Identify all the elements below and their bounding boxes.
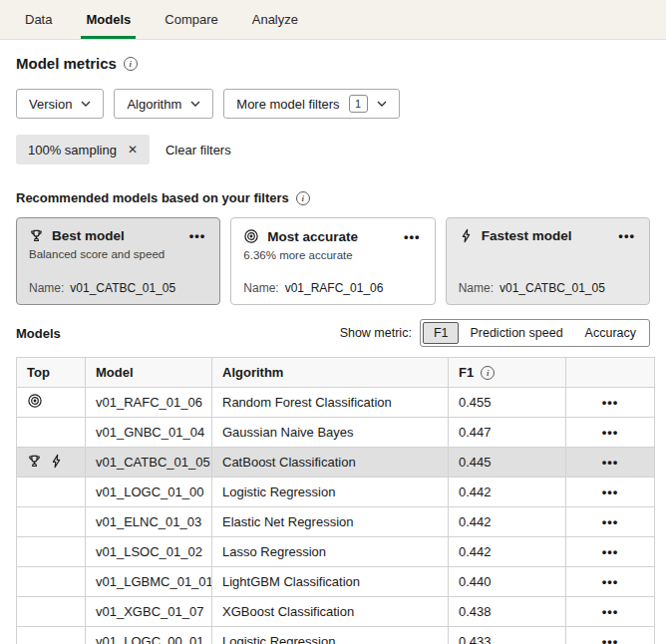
best-model-name-value: v01_CATBC_01_05 [70, 281, 175, 295]
table-row[interactable]: v01_RAFC_01_06Random Forest Classificati… [17, 388, 655, 418]
model-name-cell: v01_LGBMC_01_01 [86, 567, 212, 597]
best-model-card[interactable]: Best model ••• Balanced score and speed … [16, 217, 220, 305]
row-actions-cell: ••• [566, 627, 655, 644]
model-name-cell: v01_ELNC_01_03 [86, 507, 212, 537]
f1-value-cell: 0.442 [449, 537, 566, 567]
fastest-model-menu-button[interactable]: ••• [616, 229, 637, 242]
header-f1: F1 [449, 358, 566, 388]
clear-filters-button[interactable]: Clear filters [166, 143, 231, 158]
f1-value-cell: 0.438 [449, 597, 566, 627]
top-badges-cell [17, 388, 86, 418]
f1-value-cell: 0.455 [449, 388, 566, 418]
metric-option-f1[interactable]: F1 [423, 322, 460, 344]
algorithm-cell: Logistic Regression [212, 627, 449, 644]
model-name-cell: v01_CATBC_01_05 [86, 448, 212, 478]
algorithm-cell: Gaussian Naive Bayes [212, 418, 449, 448]
model-name-cell: v01_GNBC_01_04 [86, 418, 212, 448]
algorithm-filter-dropdown[interactable]: Algorithm [114, 89, 213, 119]
lightning-icon [459, 228, 474, 243]
automl-models-page: Data Models Compare Analyze Model metric… [0, 0, 666, 644]
algorithm-cell: LightGBM Classification [212, 567, 449, 597]
table-row[interactable]: v01_GNBC_01_04Gaussian Naive Bayes0.447•… [17, 418, 655, 448]
most-accurate-card[interactable]: Most accurate ••• 6.36% more accurate Na… [230, 217, 435, 305]
tab-analyze[interactable]: Analyze [235, 0, 315, 39]
top-badges-cell [17, 448, 86, 478]
best-model-menu-button[interactable]: ••• [187, 229, 208, 242]
models-section-header: Models Show metric: F1Prediction speedAc… [16, 319, 650, 347]
recommended-info-icon[interactable] [296, 191, 310, 205]
top-badges-cell [17, 597, 86, 627]
best-model-subtitle: Balanced score and speed [29, 248, 207, 262]
row-actions-cell: ••• [566, 478, 655, 507]
most-accurate-menu-button[interactable]: ••• [402, 230, 423, 243]
algorithm-cell: Lasso Regression [212, 537, 449, 567]
version-filter-dropdown[interactable]: Version [16, 89, 104, 119]
best-model-name-label: Name: [29, 281, 64, 295]
table-row[interactable]: v01_LGBMC_01_01LightGBM Classification0.… [17, 567, 655, 597]
most-accurate-name-value: v01_RAFC_01_06 [285, 281, 384, 295]
show-metric-label: Show metric: [340, 326, 412, 340]
table-row[interactable]: v01_ELNC_01_03Elastic Net Regression0.44… [17, 507, 655, 537]
recommended-section-title: Recommended models based on your filters [16, 190, 289, 205]
f1-value-cell: 0.445 [449, 448, 566, 478]
recommended-cards: Best model ••• Balanced score and speed … [16, 217, 650, 305]
tab-compare[interactable]: Compare [148, 0, 234, 39]
tab-models[interactable]: Models [69, 0, 148, 39]
row-menu-button[interactable]: ••• [600, 605, 621, 618]
f1-info-icon[interactable] [481, 366, 495, 380]
top-badges-cell [17, 627, 86, 644]
sampling-filter-chip[interactable]: 100% sampling ✕ [16, 135, 150, 164]
row-menu-button[interactable]: ••• [600, 485, 621, 498]
f1-value-cell: 0.440 [449, 567, 566, 597]
f1-value-cell: 0.442 [449, 507, 566, 537]
row-actions-cell: ••• [566, 567, 655, 597]
row-actions-cell: ••• [566, 418, 655, 448]
row-actions-cell: ••• [566, 507, 655, 537]
metric-segmented-control: F1Prediction speedAccuracy [420, 319, 650, 347]
row-actions-cell: ••• [566, 537, 655, 567]
more-model-filters-dropdown[interactable]: More model filters 1 [223, 89, 399, 119]
row-menu-button[interactable]: ••• [600, 456, 621, 469]
fastest-model-card[interactable]: Fastest model ••• Name:v01_CATBC_01_05 [446, 217, 650, 305]
active-filter-count-badge: 1 [349, 95, 368, 113]
tab-data[interactable]: Data [8, 0, 69, 39]
page-title: Model metrics [16, 55, 117, 72]
algorithm-cell: CatBoost Classification [212, 448, 449, 478]
filter-row: Version Algorithm More model filters 1 [16, 89, 650, 119]
row-menu-button[interactable]: ••• [600, 545, 621, 558]
chevron-down-icon [81, 101, 91, 107]
page-title-row: Model metrics [16, 55, 650, 72]
metric-option-prediction-speed[interactable]: Prediction speed [459, 322, 573, 344]
row-menu-button[interactable]: ••• [600, 515, 621, 528]
top-badges-cell [17, 507, 86, 537]
model-name-cell: v01_LOGC_01_00 [86, 478, 212, 507]
table-row[interactable]: v01_LOGC_01_00Logistic Regression0.442••… [17, 478, 655, 507]
model-metrics-info-icon[interactable] [124, 57, 138, 71]
header-algorithm: Algorithm [212, 358, 449, 388]
fastest-model-subtitle [459, 248, 637, 262]
row-actions-cell: ••• [566, 448, 655, 478]
version-filter-label: Version [29, 97, 72, 112]
chevron-down-icon [190, 101, 200, 107]
close-icon[interactable]: ✕ [128, 144, 138, 156]
lightning-icon [49, 454, 64, 469]
row-menu-button[interactable]: ••• [600, 635, 621, 644]
row-menu-button[interactable]: ••• [600, 426, 621, 439]
target-icon [243, 228, 259, 244]
model-name-cell: v01_LSOC_01_02 [86, 537, 212, 567]
row-menu-button[interactable]: ••• [600, 575, 621, 588]
top-badges-cell [17, 478, 86, 507]
table-row[interactable]: v01_CATBC_01_05CatBoost Classification0.… [17, 448, 655, 478]
more-model-filters-label: More model filters [236, 97, 339, 112]
best-model-card-title: Best model [52, 228, 179, 243]
model-name-cell: v01_XGBC_01_07 [86, 597, 212, 627]
top-tab-bar: Data Models Compare Analyze [0, 0, 666, 40]
top-badges-cell [17, 537, 86, 567]
sampling-filter-chip-label: 100% sampling [28, 143, 117, 158]
row-menu-button[interactable]: ••• [600, 396, 621, 409]
metric-option-accuracy[interactable]: Accuracy [574, 322, 647, 344]
fastest-model-name-value: v01_CATBC_01_05 [500, 281, 605, 295]
table-row[interactable]: v01_LOGC_00_01Logistic Regression0.433••… [17, 627, 655, 644]
table-row[interactable]: v01_XGBC_01_07XGBoost Classification0.43… [17, 597, 655, 627]
table-row[interactable]: v01_LSOC_01_02Lasso Regression0.442••• [17, 537, 655, 567]
